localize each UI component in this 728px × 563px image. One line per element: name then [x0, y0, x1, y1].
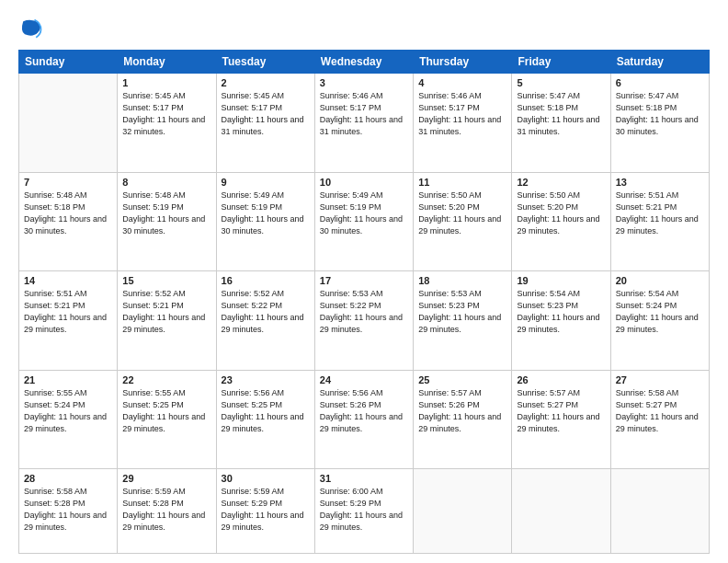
- day-info: Sunrise: 5:58 AMSunset: 5:27 PMDaylight:…: [616, 387, 704, 435]
- day-info: Sunrise: 5:49 AMSunset: 5:19 PMDaylight:…: [222, 190, 310, 237]
- day-info: Sunrise: 5:53 AMSunset: 5:23 PMDaylight:…: [418, 288, 506, 336]
- day-number: 16: [222, 275, 310, 286]
- day-number: 5: [517, 77, 605, 88]
- week-row-1: 1Sunrise: 5:45 AMSunset: 5:17 PMDaylight…: [19, 74, 710, 173]
- calendar-header-saturday: Saturday: [610, 51, 709, 74]
- day-number: 25: [418, 374, 506, 385]
- day-cell: 6Sunrise: 5:47 AMSunset: 5:18 PMDaylight…: [610, 74, 709, 173]
- day-info: Sunrise: 5:55 AMSunset: 5:24 PMDaylight:…: [24, 387, 112, 435]
- day-info: Sunrise: 5:59 AMSunset: 5:28 PMDaylight:…: [122, 486, 210, 534]
- day-info: Sunrise: 5:56 AMSunset: 5:25 PMDaylight:…: [222, 387, 310, 435]
- day-number: 12: [517, 177, 605, 188]
- day-info: Sunrise: 5:51 AMSunset: 5:21 PMDaylight:…: [24, 288, 112, 336]
- day-cell: [414, 469, 512, 554]
- day-info: Sunrise: 5:53 AMSunset: 5:22 PMDaylight:…: [320, 288, 408, 336]
- day-cell: [610, 469, 709, 554]
- day-info: Sunrise: 5:55 AMSunset: 5:25 PMDaylight:…: [122, 387, 210, 435]
- day-cell: 23Sunrise: 5:56 AMSunset: 5:25 PMDayligh…: [216, 370, 314, 469]
- calendar-header-tuesday: Tuesday: [216, 51, 314, 74]
- day-cell: 22Sunrise: 5:55 AMSunset: 5:25 PMDayligh…: [118, 370, 216, 469]
- day-info: Sunrise: 5:47 AMSunset: 5:18 PMDaylight:…: [517, 90, 605, 138]
- day-info: Sunrise: 5:52 AMSunset: 5:21 PMDaylight:…: [122, 288, 210, 336]
- day-number: 18: [418, 275, 506, 286]
- day-number: 7: [24, 177, 112, 188]
- day-cell: 4Sunrise: 5:46 AMSunset: 5:17 PMDaylight…: [414, 74, 512, 173]
- calendar-header-sunday: Sunday: [19, 51, 118, 74]
- day-number: 29: [122, 473, 210, 484]
- day-number: 31: [320, 473, 408, 484]
- day-info: Sunrise: 5:51 AMSunset: 5:21 PMDaylight:…: [616, 190, 704, 237]
- day-cell: 8Sunrise: 5:48 AMSunset: 5:19 PMDaylight…: [118, 172, 216, 271]
- day-number: 27: [616, 374, 704, 385]
- day-info: Sunrise: 5:45 AMSunset: 5:17 PMDaylight:…: [122, 90, 210, 138]
- day-info: Sunrise: 5:45 AMSunset: 5:17 PMDaylight:…: [222, 90, 310, 138]
- day-info: Sunrise: 5:49 AMSunset: 5:19 PMDaylight:…: [320, 190, 408, 237]
- day-cell: 18Sunrise: 5:53 AMSunset: 5:23 PMDayligh…: [414, 271, 512, 371]
- day-number: 6: [616, 77, 704, 88]
- day-number: 3: [320, 77, 408, 88]
- week-row-4: 21Sunrise: 5:55 AMSunset: 5:24 PMDayligh…: [19, 370, 710, 469]
- calendar-header-wednesday: Wednesday: [314, 51, 413, 74]
- day-info: Sunrise: 5:57 AMSunset: 5:26 PMDaylight:…: [418, 387, 506, 435]
- day-info: Sunrise: 5:56 AMSunset: 5:26 PMDaylight:…: [320, 387, 408, 435]
- day-number: 15: [122, 275, 210, 286]
- day-number: 17: [320, 275, 408, 286]
- calendar-header-monday: Monday: [118, 51, 216, 74]
- day-number: 9: [222, 177, 310, 188]
- day-cell: 16Sunrise: 5:52 AMSunset: 5:22 PMDayligh…: [216, 271, 314, 371]
- day-info: Sunrise: 5:48 AMSunset: 5:18 PMDaylight:…: [24, 190, 112, 237]
- day-info: Sunrise: 5:50 AMSunset: 5:20 PMDaylight:…: [418, 190, 506, 237]
- logo: [18, 17, 48, 42]
- header: [18, 17, 710, 42]
- day-number: 8: [122, 177, 210, 188]
- day-info: Sunrise: 5:54 AMSunset: 5:23 PMDaylight:…: [517, 288, 605, 336]
- day-cell: 5Sunrise: 5:47 AMSunset: 5:18 PMDaylight…: [512, 74, 610, 173]
- day-number: 20: [616, 275, 704, 286]
- day-cell: 24Sunrise: 5:56 AMSunset: 5:26 PMDayligh…: [314, 370, 413, 469]
- calendar-header-thursday: Thursday: [414, 51, 512, 74]
- week-row-5: 28Sunrise: 5:58 AMSunset: 5:28 PMDayligh…: [19, 469, 710, 554]
- day-number: 2: [222, 77, 310, 88]
- week-row-2: 7Sunrise: 5:48 AMSunset: 5:18 PMDaylight…: [19, 172, 710, 271]
- calendar-table: SundayMondayTuesdayWednesdayThursdayFrid…: [18, 50, 710, 554]
- day-cell: 1Sunrise: 5:45 AMSunset: 5:17 PMDaylight…: [118, 74, 216, 173]
- day-number: 28: [24, 473, 112, 484]
- day-number: 24: [320, 374, 408, 385]
- day-info: Sunrise: 5:52 AMSunset: 5:22 PMDaylight:…: [222, 288, 310, 336]
- day-cell: 25Sunrise: 5:57 AMSunset: 5:26 PMDayligh…: [414, 370, 512, 469]
- day-info: Sunrise: 6:00 AMSunset: 5:29 PMDaylight:…: [320, 486, 408, 534]
- day-number: 21: [24, 374, 112, 385]
- day-info: Sunrise: 5:58 AMSunset: 5:28 PMDaylight:…: [24, 486, 112, 534]
- day-number: 23: [222, 374, 310, 385]
- day-cell: 26Sunrise: 5:57 AMSunset: 5:27 PMDayligh…: [512, 370, 610, 469]
- day-info: Sunrise: 5:46 AMSunset: 5:17 PMDaylight:…: [418, 90, 506, 138]
- day-cell: 29Sunrise: 5:59 AMSunset: 5:28 PMDayligh…: [118, 469, 216, 554]
- day-number: 1: [122, 77, 210, 88]
- calendar-header-row: SundayMondayTuesdayWednesdayThursdayFrid…: [19, 51, 710, 74]
- day-number: 22: [122, 374, 210, 385]
- day-number: 11: [418, 177, 506, 188]
- week-row-3: 14Sunrise: 5:51 AMSunset: 5:21 PMDayligh…: [19, 271, 710, 371]
- day-number: 19: [517, 275, 605, 286]
- day-cell: 15Sunrise: 5:52 AMSunset: 5:21 PMDayligh…: [118, 271, 216, 371]
- page: SundayMondayTuesdayWednesdayThursdayFrid…: [0, 0, 728, 563]
- day-number: 4: [418, 77, 506, 88]
- day-cell: 3Sunrise: 5:46 AMSunset: 5:17 PMDaylight…: [314, 74, 413, 173]
- day-cell: 21Sunrise: 5:55 AMSunset: 5:24 PMDayligh…: [19, 370, 118, 469]
- day-cell: 11Sunrise: 5:50 AMSunset: 5:20 PMDayligh…: [414, 172, 512, 271]
- day-info: Sunrise: 5:47 AMSunset: 5:18 PMDaylight:…: [616, 90, 704, 138]
- day-info: Sunrise: 5:50 AMSunset: 5:20 PMDaylight:…: [517, 190, 605, 237]
- day-number: 13: [616, 177, 704, 188]
- day-info: Sunrise: 5:46 AMSunset: 5:17 PMDaylight:…: [320, 90, 408, 138]
- day-cell: 12Sunrise: 5:50 AMSunset: 5:20 PMDayligh…: [512, 172, 610, 271]
- day-info: Sunrise: 5:48 AMSunset: 5:19 PMDaylight:…: [122, 190, 210, 237]
- day-info: Sunrise: 5:57 AMSunset: 5:27 PMDaylight:…: [517, 387, 605, 435]
- day-cell: 30Sunrise: 5:59 AMSunset: 5:29 PMDayligh…: [216, 469, 314, 554]
- day-cell: [512, 469, 610, 554]
- day-info: Sunrise: 5:59 AMSunset: 5:29 PMDaylight:…: [222, 486, 310, 534]
- day-cell: 31Sunrise: 6:00 AMSunset: 5:29 PMDayligh…: [314, 469, 413, 554]
- day-cell: 10Sunrise: 5:49 AMSunset: 5:19 PMDayligh…: [314, 172, 413, 271]
- day-cell: 13Sunrise: 5:51 AMSunset: 5:21 PMDayligh…: [610, 172, 709, 271]
- day-cell: 20Sunrise: 5:54 AMSunset: 5:24 PMDayligh…: [610, 271, 709, 371]
- day-cell: [19, 74, 118, 173]
